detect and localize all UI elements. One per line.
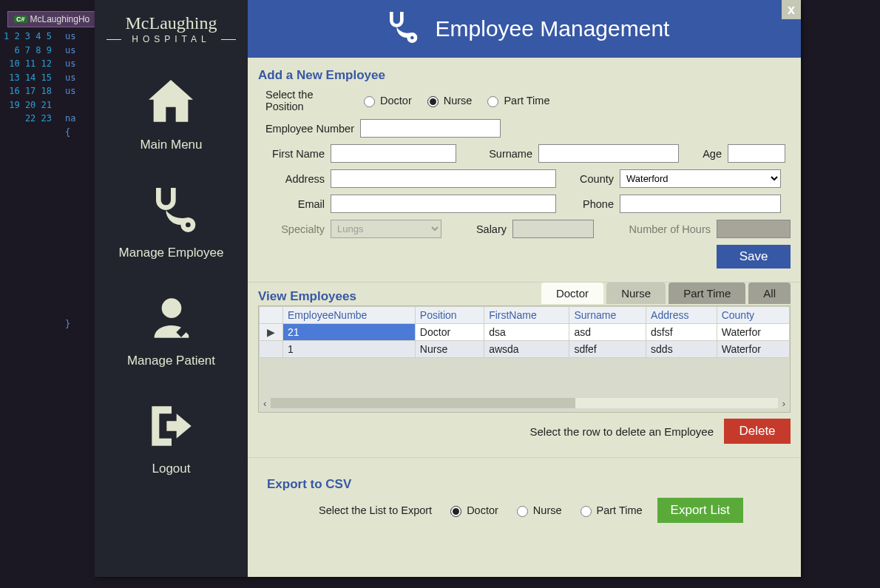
tab-all[interactable]: All (748, 283, 791, 304)
nav-manage-employee[interactable]: Manage Employee (119, 180, 224, 260)
specialty-select: Lungs (331, 220, 441, 238)
tab-doctor[interactable]: Doctor (541, 283, 603, 304)
logout-icon (142, 445, 201, 458)
empnum-input[interactable] (360, 119, 501, 138)
main-panel: Employee Management x Add a New Employee… (248, 0, 801, 577)
table-cell[interactable]: Waterfor (717, 341, 789, 358)
export-button[interactable]: Export List (657, 498, 743, 523)
close-button[interactable]: x (782, 0, 801, 19)
header-title: Employee Management (436, 16, 670, 41)
export-radio-parttime[interactable]: Part Time (577, 504, 643, 517)
table-cell[interactable]: Doctor (415, 324, 484, 341)
editor-tab-label: McLaughingHo (30, 14, 90, 24)
specialty-label: Specialty (258, 223, 325, 235)
table-cell[interactable]: sdfef (569, 341, 646, 358)
position-radio-doctor-label: Doctor (380, 95, 412, 107)
table-cell[interactable]: Nurse (415, 341, 484, 358)
export-radio-nurse[interactable]: Nurse (513, 504, 562, 517)
email-label: Email (258, 198, 325, 210)
address-label: Address (258, 173, 325, 185)
position-radio-nurse-label: Nurse (444, 95, 473, 107)
table-cell[interactable]: Waterfor (717, 324, 789, 341)
section-divider-2 (248, 457, 801, 458)
scroll-right-icon[interactable]: › (782, 398, 785, 409)
position-radio-parttime[interactable]: Part Time (484, 94, 549, 107)
column-header[interactable]: Address (646, 307, 717, 324)
column-header[interactable]: FirstName (484, 307, 569, 324)
scroll-thumb[interactable] (271, 398, 575, 408)
hours-input (717, 220, 791, 238)
column-header[interactable]: Surname (569, 307, 646, 324)
county-select[interactable]: Waterford (620, 169, 781, 188)
table-cell[interactable]: dsfsf (646, 324, 717, 341)
brand-name: McLaughing (126, 13, 217, 33)
export-radio-doctor[interactable]: Doctor (447, 504, 498, 517)
empnum-label: Employee Number (258, 123, 354, 135)
table-cell[interactable]: dsa (484, 324, 569, 341)
editor-gutter: 1 2 3 4 5 6 7 8 9 10 11 12 13 14 15 16 1… (0, 30, 59, 126)
grid-horizontal-scrollbar[interactable]: ‹ › (263, 397, 785, 409)
table-cell[interactable]: asd (569, 324, 646, 341)
export-radio-nurse-label: Nurse (533, 504, 562, 516)
hours-label: Number of Hours (600, 223, 711, 235)
table-cell[interactable]: 21 (283, 324, 416, 341)
email-input[interactable] (331, 195, 556, 213)
column-header[interactable]: Position (415, 307, 484, 324)
phone-input[interactable] (620, 195, 781, 213)
salary-label: Salary (447, 223, 507, 235)
phone-label: Phone (562, 198, 614, 210)
nav-main-menu[interactable]: Main Menu (140, 72, 202, 152)
surname-label: Surname (462, 148, 532, 160)
nav-logout[interactable]: Logout (142, 396, 201, 476)
export-section-title: Export to CSV (267, 477, 782, 492)
export-section: Export to CSV Select the List to Export … (258, 471, 791, 532)
nav-manage-patient[interactable]: Manage Patient (127, 288, 215, 368)
position-radio-nurse[interactable]: Nurse (424, 94, 473, 107)
county-label: County (562, 173, 614, 185)
column-header[interactable]: County (717, 307, 789, 324)
tab-nurse[interactable]: Nurse (606, 283, 666, 304)
salary-input (512, 220, 594, 238)
scroll-left-icon[interactable]: ‹ (263, 398, 266, 409)
position-radio-group: Doctor Nurse Part Time (360, 94, 549, 107)
editor-tab[interactable]: C# McLaughingHo (7, 11, 96, 27)
brand: McLaughing HOSPITAL (126, 13, 217, 44)
surname-input[interactable] (538, 144, 679, 163)
brand-subtitle: HOSPITAL (126, 34, 217, 44)
save-button[interactable]: Save (717, 245, 791, 268)
firstname-input[interactable] (331, 144, 456, 163)
export-select-label: Select the List to Export (319, 504, 432, 516)
view-tabs: Doctor Nurse Part Time All (541, 283, 791, 304)
header: Employee Management x (248, 0, 801, 58)
nav-manage-patient-label: Manage Patient (127, 354, 215, 368)
position-label: Select the Position (258, 89, 354, 112)
age-input[interactable] (728, 144, 785, 163)
age-label: Age (685, 148, 722, 160)
scroll-track[interactable] (271, 398, 777, 408)
editor-code: us us us us us na { } (65, 30, 75, 331)
home-icon (141, 121, 200, 134)
table-row[interactable]: ▶21DoctordsaasddsfsfWaterfor (260, 324, 790, 341)
column-header[interactable]: EmployeeNumbe (283, 307, 416, 324)
add-section-title: Add a New Employee (258, 68, 791, 83)
view-section-title: View Employees (258, 289, 356, 304)
stethoscope-icon (141, 229, 200, 242)
table-cell[interactable]: awsda (484, 341, 569, 358)
table-cell[interactable]: 1 (283, 341, 416, 358)
app-window: McLaughing HOSPITAL Main Menu Manage Emp… (95, 0, 801, 577)
address-input[interactable] (331, 169, 556, 188)
firstname-label: First Name (258, 148, 325, 160)
content: Add a New Employee Select the Position D… (248, 58, 801, 539)
patient-icon (142, 337, 201, 350)
table-cell[interactable]: sdds (646, 341, 717, 358)
tab-parttime[interactable]: Part Time (669, 283, 745, 304)
position-row: Select the Position Doctor Nurse Part Ti… (258, 89, 791, 112)
nav-logout-label: Logout (142, 462, 201, 476)
position-radio-parttime-label: Part Time (504, 95, 549, 107)
stethoscope-header-icon (379, 7, 421, 51)
table-row[interactable]: 1NurseawsdasdfefsddsWaterfor (260, 341, 790, 358)
delete-button[interactable]: Delete (724, 419, 791, 444)
employee-grid[interactable]: EmployeeNumbePositionFirstNameSurnameAdd… (258, 305, 791, 413)
position-radio-doctor[interactable]: Doctor (360, 94, 412, 107)
nav-manage-employee-label: Manage Employee (119, 246, 224, 260)
